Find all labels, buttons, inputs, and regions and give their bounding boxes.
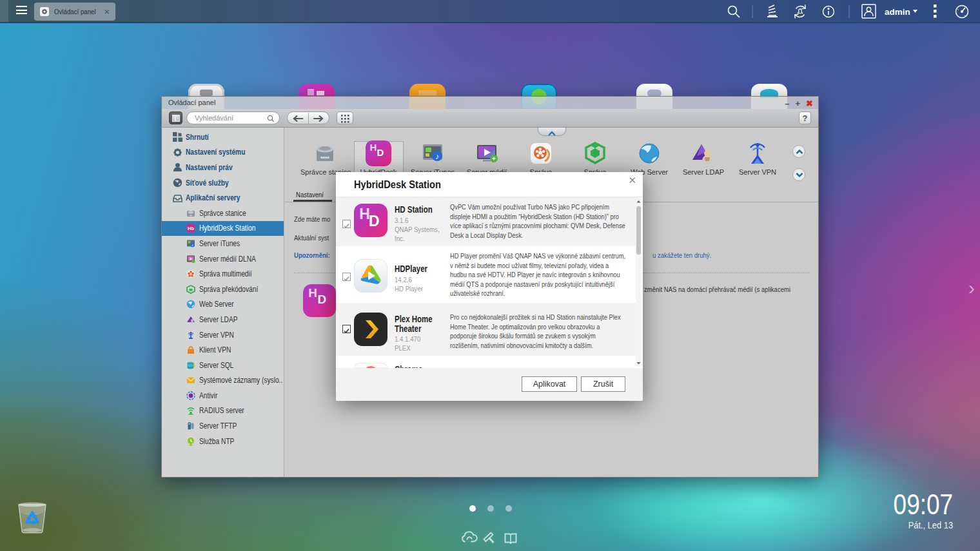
svg-text:♪: ♪ bbox=[435, 152, 439, 161]
svg-text:♪: ♪ bbox=[191, 243, 193, 247]
svg-text:Hb: Hb bbox=[188, 226, 194, 231]
svg-text:admin: admin bbox=[885, 7, 910, 17]
